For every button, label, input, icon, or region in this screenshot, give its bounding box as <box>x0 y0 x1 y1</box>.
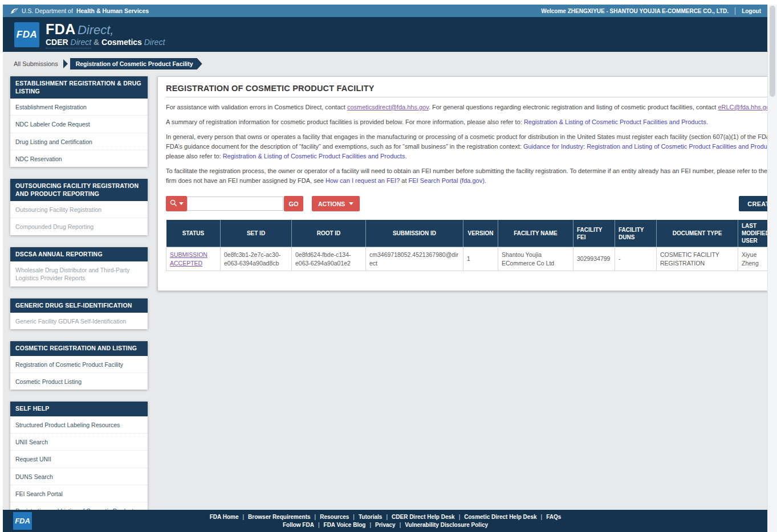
text-link[interactable]: FEI Search Portal (fda.gov) <box>409 177 485 184</box>
cosmetics-bold: Cosmetics <box>101 38 142 47</box>
text-link[interactable]: eRLC@fda.hhs.gov. <box>718 104 768 111</box>
footer-link-follow-fda[interactable]: Follow FDA <box>283 522 314 528</box>
submissions-table: STATUSSET IDROOT IDSUBMISSION IDVERSIONF… <box>166 219 768 271</box>
text-link[interactable]: Registration & Listing of Cosmetic Produ… <box>223 153 405 159</box>
sidebar-item-establishment-registration[interactable]: Establishment Registration <box>10 99 148 116</box>
ampersand: & <box>93 38 99 47</box>
toolbar: GO ACTIONS CREATE NEW / UPLOAD FILE <box>166 196 768 211</box>
pagination: 1 - 1 <box>166 276 768 283</box>
column-header-last-modified-user[interactable]: LAST MODIFIED USER <box>738 220 768 247</box>
sidebar-section: GENERIC DRUG SELF-IDENTIFICATIONGeneric … <box>10 298 148 330</box>
agency-prefix: U.S. Department of <box>22 7 73 14</box>
logout-button[interactable]: Logout <box>742 8 761 14</box>
text-run: . <box>405 153 406 159</box>
footer-link-fda-home[interactable]: FDA Home <box>210 514 239 520</box>
scrollbar[interactable] <box>767 5 777 532</box>
cell-last-modified-user: Xiyue Zheng <box>738 247 768 271</box>
cell-root-id: 0e8fd624-fbde-c134-e063-6294a90a01e2 <box>292 247 366 271</box>
app-title: FDADirect, <box>46 22 165 36</box>
cell-document-type: COSMETIC FACILITY REGISTRATION <box>657 247 738 271</box>
footer-links: FDA Home|Browser Requirements|Resources|… <box>210 514 562 528</box>
footer-links-row1: FDA Home|Browser Requirements|Resources|… <box>210 514 562 520</box>
sidebar-item-cosmetic-product-listing[interactable]: Cosmetic Product Listing <box>10 373 148 390</box>
actions-label: ACTIONS <box>318 200 345 207</box>
chevron-down-icon <box>349 202 353 205</box>
sidebar-section: COSMETIC REGISTRATION AND LISTINGRegistr… <box>10 341 148 390</box>
sidebar-item-registration-of-cosmetic-product-facility[interactable]: Registration of Cosmetic Product Facilit… <box>10 356 148 373</box>
paragraph: A summary of registration information fo… <box>166 117 768 127</box>
column-header-facility-duns[interactable]: FACILITY DUNS <box>615 220 657 247</box>
sidebar-section-header: COSMETIC REGISTRATION AND LISTING <box>10 341 148 356</box>
status-link[interactable]: SUBMISSION ACCEPTED <box>170 251 208 266</box>
sidebar-item-wholesale-drug-distributor-and-third-party-logistics-provider-reports: Wholesale Drug Distributor and Third-Par… <box>10 261 148 286</box>
content-area: All Submissions Registration of Cosmetic… <box>3 52 768 510</box>
sidebar-item-fei-search-portal[interactable]: FEI Search Portal <box>10 485 148 502</box>
page-title: REGISTRATION OF COSMETIC PRODUCT FACILIT… <box>166 84 768 97</box>
column-header-document-type[interactable]: DOCUMENT TYPE <box>657 220 738 247</box>
cell-facility-fei: 3029934799 <box>573 247 615 271</box>
sidebar-item-drug-listing-and-certification[interactable]: Drug Listing and Certification <box>10 133 148 150</box>
search-input[interactable] <box>187 197 283 211</box>
text-run: . For general questions regarding electr… <box>429 104 718 111</box>
cell-facility-name: Shantou Youjia ECommerce Co Ltd <box>498 247 573 271</box>
text-run: To facilitate the registration process, … <box>166 167 768 174</box>
utility-bar: U.S. Department of Health & Human Servic… <box>3 5 768 17</box>
text-run: . <box>485 177 486 184</box>
column-header-status[interactable]: STATUS <box>166 220 221 247</box>
footer-link-fda-voice-blog[interactable]: FDA Voice Blog <box>324 522 366 528</box>
footer-link-browser-requirements[interactable]: Browser Requirements <box>248 514 310 520</box>
footer-link-cder-direct-help-desk[interactable]: CDER Direct Help Desk <box>392 514 455 520</box>
divider: | <box>315 514 316 520</box>
footer-link-vulnerability-disclosure-policy[interactable]: Vulnerability Disclosure Policy <box>405 522 488 528</box>
divider: | <box>242 514 244 520</box>
sidebar-item-registration-and-listing-of-cosmetic-product-facilities-and-products-industry-guidance[interactable]: Registration and Listing of Cosmetic Pro… <box>10 502 148 510</box>
text-link[interactable]: cosmeticsdirect@fda.hhs.gov <box>347 104 429 111</box>
footer-link-faqs[interactable]: FAQs <box>546 514 561 520</box>
table-body: SUBMISSION ACCEPTED0e8fc3b1-2e7c-ac30-e0… <box>166 247 768 271</box>
footer-link-tutorials[interactable]: Tutorials <box>359 514 382 520</box>
breadcrumb-all-submissions[interactable]: All Submissions <box>10 59 63 69</box>
sidebar-item-outsourcing-facility-registration: Outsourcing Facility Registration <box>10 201 148 218</box>
divider: | <box>369 522 371 528</box>
scrollbar-thumb[interactable] <box>770 6 775 97</box>
divider <box>735 7 735 15</box>
sidebar-item-structured-product-labeling-resources[interactable]: Structured Product Labeling Resources <box>10 416 148 433</box>
search-options-button[interactable] <box>166 196 187 211</box>
footer-link-resources[interactable]: Resources <box>320 514 349 520</box>
fda-footer-logo[interactable]: FDA <box>13 512 32 530</box>
column-header-root-id[interactable]: ROOT ID <box>292 220 366 247</box>
divider: | <box>353 514 355 520</box>
divider: | <box>386 514 388 520</box>
sidebar-item-ndc-labeler-code-request[interactable]: NDC Labeler Code Request <box>10 116 148 133</box>
footer-link-privacy[interactable]: Privacy <box>375 522 396 528</box>
text-link[interactable]: Guidance for Industry: Registration and … <box>523 143 768 150</box>
column-header-facility-fei[interactable]: FACILITY FEI <box>573 220 615 247</box>
footer-links-row2: Follow FDA|FDA Voice Blog|Privacy|Vulner… <box>283 522 488 528</box>
text-link[interactable]: Registration & Listing of Cosmetic Produ… <box>524 118 706 125</box>
divider: | <box>541 514 543 520</box>
sidebar-section-header: OUTSOURCING FACILITY REGISTRATION AND PR… <box>10 179 148 201</box>
fda-logo[interactable]: FDA <box>14 22 39 47</box>
sidebar-section-header: ESTABLISHMENT REGISTRATION & DRUG LISTIN… <box>10 76 148 99</box>
sidebar-item-unii-search[interactable]: UNII Search <box>10 433 148 451</box>
sidebar-section: DSCSA ANNUAL REPORTINGWholesale Drug Dis… <box>10 247 148 287</box>
go-button[interactable]: GO <box>284 196 303 211</box>
sidebar-section-header: GENERIC DRUG SELF-IDENTIFICATION <box>10 298 148 313</box>
intro-paragraphs: For assistance with validation errors in… <box>166 103 768 186</box>
column-header-set-id[interactable]: SET ID <box>221 220 292 247</box>
text-link[interactable]: How can I request an FEI? <box>326 177 400 184</box>
sidebar-item-ndc-reservation[interactable]: NDC Reservation <box>10 150 148 167</box>
column-header-version[interactable]: VERSION <box>463 220 498 247</box>
create-new-upload-button[interactable]: CREATE NEW / UPLOAD FILE <box>739 196 768 211</box>
agency-name: Health & Human Services <box>76 7 149 14</box>
column-header-facility-name[interactable]: FACILITY NAME <box>498 220 573 247</box>
sidebar-item-duns-search[interactable]: DUNS Search <box>10 468 148 485</box>
cell-set-id: 0e8fc3b1-2e7c-ac30-e063-6394a90ad8cb <box>221 247 292 271</box>
cder-italic: Direct <box>71 38 92 47</box>
footer-link-cosmetic-direct-help-desk[interactable]: Cosmetic Direct Help Desk <box>464 514 536 520</box>
actions-button[interactable]: ACTIONS <box>312 196 360 211</box>
column-header-submission-id[interactable]: SUBMISSION ID <box>366 220 463 247</box>
sidebar-item-request-unii[interactable]: Request UNII <box>10 451 148 468</box>
cell-facility-duns: - <box>615 247 657 271</box>
chevron-right-icon <box>63 59 68 68</box>
